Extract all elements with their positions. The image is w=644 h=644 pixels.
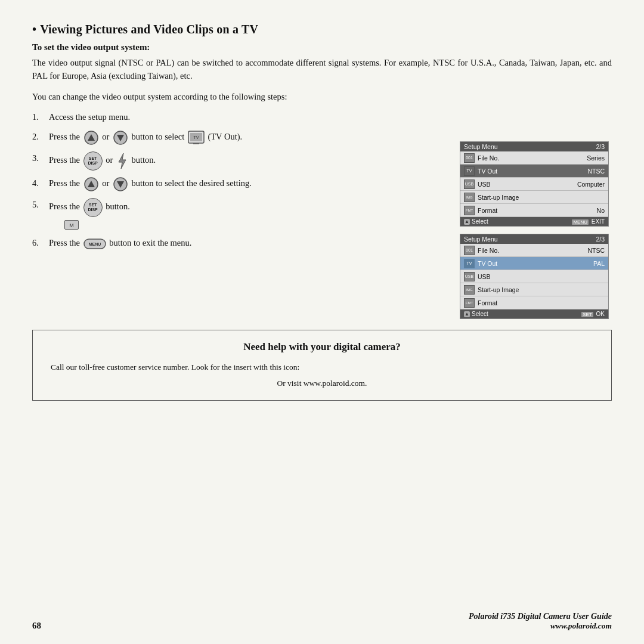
step-6-num: 6.: [32, 236, 49, 249]
startup-icon-panel1: IMG: [464, 193, 475, 202]
step-4-text: Press the or: [49, 177, 448, 192]
flash-button-step3: [116, 153, 128, 169]
panel-2-row-usb: USB USB: [460, 270, 608, 283]
panel-2-format-label: Format: [478, 299, 602, 306]
svg-text:TV: TV: [193, 135, 199, 140]
step-4-num: 4.: [32, 177, 49, 190]
tv-out-icon-panel1: TV: [464, 166, 475, 176]
step-3-num: 3.: [32, 151, 49, 165]
page-number: 68: [32, 621, 41, 631]
screenshot-panel-1: Setup Menu 2/3 001 File No. Series TV TV…: [460, 141, 609, 227]
panel-1-row-tvout: TV TV Out NTSC: [460, 165, 608, 178]
panel-1-format-label: Format: [478, 207, 595, 214]
menu-label-icon: MENU: [572, 219, 589, 225]
panel-2-footer: ▲ Select SET OK: [460, 309, 608, 318]
panel-1-startup-label: Start-up Image: [478, 194, 602, 201]
svg-text:MENU: MENU: [88, 242, 101, 246]
tv-out-icon: TV: [188, 131, 205, 145]
page: •Viewing Pictures and Video Clips on a T…: [0, 0, 644, 644]
panel-2-row-fileno: 001 File No. NTSC: [460, 244, 608, 257]
page-footer: 68 Polaroid i735 Digital Camera User Gui…: [32, 612, 612, 631]
step-5-text: Press the SETDISP button. M: [49, 198, 448, 230]
panel-1-footer-select: ▲ Select: [464, 218, 488, 225]
panel-1-tvout-value: NTSC: [587, 168, 605, 175]
usb-icon-panel2: USB: [464, 272, 475, 281]
step-3-text: Press the SETDISP or button.: [49, 151, 448, 171]
step-2-mid: or: [102, 132, 109, 141]
help-box-text: Call our toll-free customer service numb…: [51, 361, 593, 373]
step-1: 1. Access the setup menu.: [32, 110, 448, 123]
startup-icon-panel2: IMG: [464, 285, 475, 295]
panel-1-usb-value: Computer: [577, 181, 605, 188]
section-subtitle: To set the video output system:: [32, 42, 612, 52]
panel-2-header-left: Setup Menu: [464, 236, 498, 243]
step-2-pre: Press the: [49, 132, 80, 141]
panel-2-footer-select: ▲ Select: [464, 311, 488, 317]
step-4-post: button to select the desired setting.: [132, 178, 252, 188]
help-box-visit: Or visit www.polaroid.com.: [51, 379, 593, 388]
panel-1-row-usb: USB USB Computer: [460, 178, 608, 191]
svg-marker-8: [119, 153, 126, 169]
panel-1-fileno-value: Series: [587, 154, 605, 162]
step-1-num: 1.: [32, 110, 49, 123]
step-2: 2. Press the or: [32, 130, 448, 145]
panel-1-header-right: 2/3: [596, 143, 605, 150]
step-3-mid: or: [106, 155, 113, 165]
main-content: 1. Access the setup menu. 2. Press the o…: [32, 110, 612, 319]
panel-2-fileno-value: NTSC: [587, 247, 605, 254]
panel-2-startup-label: Start-up Image: [478, 286, 602, 293]
step-2-end: (TV Out).: [208, 132, 242, 141]
panel-1-fileno-label: File No.: [478, 154, 584, 162]
m-icon: M: [64, 220, 79, 230]
page-title: •Viewing Pictures and Video Clips on a T…: [32, 23, 612, 36]
set-disp-button-step3: SETDISP: [83, 151, 103, 171]
format-icon-panel2: FMT: [464, 298, 475, 308]
panel-1-row-fileno: 001 File No. Series: [460, 151, 608, 165]
down-arrow-button-step4: [113, 177, 128, 192]
panel-1-header: Setup Menu 2/3: [460, 142, 608, 151]
panel-2-tvout-value: PAL: [593, 260, 605, 267]
panel-1-footer: ▲ Select MENU EXIT: [460, 217, 608, 226]
format-icon-panel1: FMT: [464, 206, 475, 215]
step-2-text: Press the or: [49, 130, 448, 145]
panel-2-header: Setup Menu 2/3: [460, 234, 608, 244]
panel-1-row-startup: IMG Start-up Image: [460, 191, 608, 204]
brand-line1: Polaroid i735 Digital Camera User Guide: [469, 612, 612, 621]
menu-button-step6: MENU: [83, 239, 106, 249]
steps-column: 1. Access the setup menu. 2. Press the o…: [32, 110, 460, 255]
step-6-post: button to exit the menu.: [109, 238, 191, 247]
help-box-title: Need help with your digital camera?: [51, 341, 593, 353]
file-no-icon-2: 001: [464, 246, 475, 255]
intro-paragraph-2: You can change the video output system a…: [32, 90, 612, 103]
panel-1-header-left: Setup Menu: [464, 143, 498, 150]
step-6: 6. Press the MENU button to exit the men…: [32, 236, 448, 249]
brand-info: Polaroid i735 Digital Camera User Guide …: [469, 612, 612, 631]
step-1-text: Access the setup menu.: [49, 110, 448, 123]
step-3: 3. Press the SETDISP or button.: [32, 151, 448, 171]
file-no-icon: 001: [464, 153, 475, 163]
panel-2-fileno-label: File No.: [478, 247, 585, 254]
panel-1-usb-label: USB: [478, 181, 575, 188]
panel-2-tvout-label: TV Out: [478, 260, 591, 267]
panel-2-row-format: FMT Format: [460, 296, 608, 309]
step-4: 4. Press the or: [32, 177, 448, 192]
step-5-pre: Press the: [49, 202, 80, 211]
step-5-post: button.: [106, 202, 130, 211]
panel-2-row-tvout: TV TV Out PAL: [460, 257, 608, 270]
panel-2-usb-label: USB: [478, 273, 602, 280]
step-5-num: 5.: [32, 198, 49, 211]
panel-1-row-format: FMT Format No: [460, 204, 608, 217]
up-arrow-button-step2: [83, 130, 99, 145]
set-disp-button-step5: SETDISP: [83, 198, 103, 217]
panel-1-footer-exit: MENU EXIT: [572, 218, 605, 225]
intro-paragraph-1: The video output signal (NTSC or PAL) ca…: [32, 56, 612, 83]
step-4-pre: Press the: [49, 178, 80, 188]
bullet-icon: •: [32, 23, 36, 36]
step-6-text: Press the MENU button to exit the menu.: [49, 236, 448, 249]
step-3-pre: Press the: [49, 155, 80, 165]
panel-2-row-startup: IMG Start-up Image: [460, 283, 608, 296]
tv-out-icon-panel2: TV: [464, 259, 475, 268]
arrow-up-icon: ▲: [464, 219, 470, 225]
brand-url: www.polaroid.com: [469, 621, 612, 631]
screenshots-column: Setup Menu 2/3 001 File No. Series TV TV…: [460, 110, 612, 319]
